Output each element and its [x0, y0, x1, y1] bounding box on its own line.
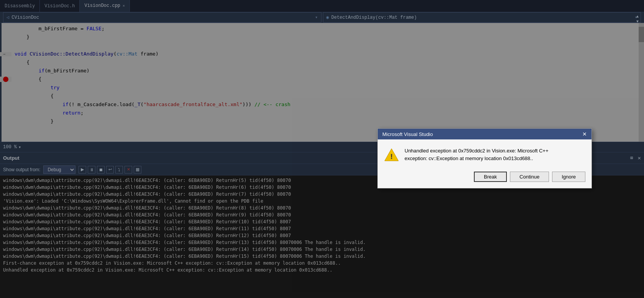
- modal-message: ! Unhandled exception at 0x759cddc2 in V…: [384, 147, 585, 162]
- ignore-button[interactable]: Ignore: [552, 172, 585, 182]
- svg-text:!: !: [389, 152, 394, 161]
- modal-text-line1: Unhandled exception at 0x759cddc2 in Vis…: [405, 147, 549, 155]
- modal-text-line2: exception: cv::Exception at memory locat…: [405, 155, 549, 162]
- break-button[interactable]: Break: [474, 172, 507, 182]
- modal-dialog: Microsoft Visual Studio ✕ ! Unhandled ex…: [377, 128, 592, 188]
- modal-message-text: Unhandled exception at 0x759cddc2 in Vis…: [405, 147, 549, 162]
- modal-body: ! Unhandled exception at 0x759cddc2 in V…: [378, 139, 592, 188]
- continue-button[interactable]: Continue: [510, 172, 549, 182]
- modal-title: Microsoft Visual Studio: [382, 131, 433, 137]
- modal-titlebar: Microsoft Visual Studio ✕: [378, 129, 592, 139]
- modal-close-button[interactable]: ✕: [582, 131, 587, 137]
- modal-buttons: Break Continue Ignore: [384, 172, 585, 182]
- warning-icon: !: [384, 147, 399, 162]
- modal-overlay: Microsoft Visual Studio ✕ ! Unhandled ex…: [0, 0, 644, 298]
